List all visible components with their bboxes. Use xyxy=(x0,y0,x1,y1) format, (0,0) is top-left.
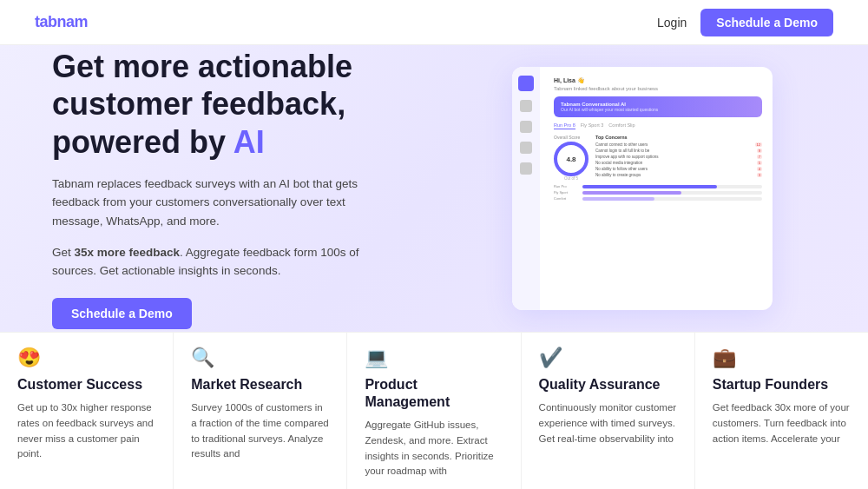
card-desc-2: Aggregate GitHub issues, Zendesk, and mo… xyxy=(365,418,503,479)
mock-concern-text-5: No ability to follow other users xyxy=(595,167,757,171)
mock-bar-bg-2 xyxy=(582,191,762,195)
mock-concern-badge-4: 5 xyxy=(757,161,762,165)
hero-desc2-prefix: Get xyxy=(52,246,75,259)
mock-bar-label-3: Comfort xyxy=(554,196,580,201)
card-title-4: Startup Founders xyxy=(713,376,851,393)
mock-concern-badge-6: 3 xyxy=(757,173,762,177)
card-customer-success: 😍 Customer Success Get up to 30x higher … xyxy=(0,333,174,489)
hero-desc1: Tabnam replaces feedback surveys with an… xyxy=(52,175,382,231)
mock-greeting: Hi, Lisa 👋 xyxy=(554,77,762,84)
card-market-research: 🔍 Market Research Survey 1000s of custom… xyxy=(174,333,347,489)
navbar: tabnam Login Schedule a Demo xyxy=(0,0,868,45)
mock-sidebar xyxy=(512,67,540,310)
mock-score-label: Overall Score xyxy=(554,135,589,140)
hero-title: Get more actionable customer feedback, p… xyxy=(52,48,451,161)
mock-concern-text-1: Cannot connect to other users xyxy=(595,142,755,147)
mock-concern-badge-3: 7 xyxy=(757,155,762,159)
card-desc-4: Get feedback 30x more of your customers.… xyxy=(713,400,851,446)
card-quality-assurance: ✔️ Quality Assurance Continuously monito… xyxy=(522,333,695,489)
mock-ai-sub: Our AI bot will whisper your most starte… xyxy=(561,107,755,112)
mock-tab-2[interactable]: Fly Sport 3 xyxy=(581,122,604,129)
mock-logo xyxy=(518,76,534,91)
mock-concerns-title: Top Concerns xyxy=(595,135,762,140)
mock-score-area: Overall Score 4.8 Out of 5 Top Concerns … xyxy=(554,135,762,181)
mock-nav-icon-1 xyxy=(520,100,532,112)
mock-concern-6: No ability to create groups 3 xyxy=(595,173,762,177)
hero-desc2: Get 35x more feedback. Aggregate feedbac… xyxy=(52,243,382,281)
mock-concern-text-3: Improve app with no support options xyxy=(595,155,757,159)
dashboard-mockup: Hi, Lisa 👋 Tabnam linked feedback about … xyxy=(512,67,773,310)
mock-concern-1: Cannot connect to other users 12 xyxy=(595,142,762,147)
hero-desc2-bold: 35x more feedback xyxy=(75,246,181,259)
card-emoji-3: ✔️ xyxy=(539,347,677,369)
mock-bar-bg-1 xyxy=(582,185,762,188)
mock-bar-row-3: Comfort xyxy=(554,196,762,201)
card-emoji-4: 💼 xyxy=(713,347,851,369)
mock-concern-5: No ability to follow other users 4 xyxy=(595,167,762,171)
cards-section: 😍 Customer Success Get up to 30x higher … xyxy=(0,332,868,489)
mock-concern-text-4: No social media integration xyxy=(595,161,757,165)
mock-concern-4: No social media integration 5 xyxy=(595,161,762,165)
mock-tabs: Run Pro 8 Fly Sport 3 Comfort Slip xyxy=(554,122,762,129)
mock-concerns: Top Concerns Cannot connect to other use… xyxy=(595,135,762,179)
mock-subtitle: Tabnam linked feedback about your busine… xyxy=(554,86,762,91)
card-emoji-0: 😍 xyxy=(17,347,155,369)
mock-tab-1[interactable]: Run Pro 8 xyxy=(554,122,575,129)
hero-left: Get more actionable customer feedback, p… xyxy=(52,48,451,329)
logo: tabnam xyxy=(35,13,88,31)
card-desc-3: Continuously monitor customer experience… xyxy=(539,400,677,446)
mock-ai-banner: Tabnam Conversational AI Our AI bot will… xyxy=(554,96,762,117)
mock-bar-fill-3 xyxy=(582,197,654,201)
schedule-demo-button-hero[interactable]: Schedule a Demo xyxy=(52,298,192,329)
mock-concern-text-6: No ability to create groups xyxy=(595,173,757,177)
card-title-3: Quality Assurance xyxy=(539,376,677,393)
card-product-management: 💻 Product Management Aggregate GitHub is… xyxy=(347,333,521,489)
mock-nav-icon-2 xyxy=(520,121,532,133)
mock-tab-3[interactable]: Comfort Slip xyxy=(608,122,635,129)
mock-bar-bg-3 xyxy=(582,197,762,201)
card-emoji-1: 🔍 xyxy=(191,347,329,369)
hero-title-text: Get more actionable customer feedback, p… xyxy=(52,49,352,159)
mock-concern-text-2: Cannot login to all full link to be xyxy=(595,149,757,153)
mock-nav-icon-4 xyxy=(520,162,532,175)
card-title-0: Customer Success xyxy=(17,376,155,393)
card-desc-1: Survey 1000s of customers in a fraction … xyxy=(191,400,329,462)
card-emoji-2: 💻 xyxy=(365,347,503,369)
mock-bars: Run Pro Fly Sport Comfort xyxy=(554,184,762,201)
nav-actions: Login Schedule a Demo xyxy=(657,9,833,36)
mock-bar-row-1: Run Pro xyxy=(554,184,762,188)
mock-concern-badge-1: 12 xyxy=(755,142,762,147)
mock-score-circle: 4.8 xyxy=(554,142,589,176)
hero-title-ai: AI xyxy=(233,124,265,160)
mock-nav-icon-3 xyxy=(520,142,532,154)
mock-bar-label-2: Fly Sport xyxy=(554,190,580,195)
mock-content: Hi, Lisa 👋 Tabnam linked feedback about … xyxy=(554,77,762,201)
mock-score-value: 4.8 xyxy=(566,155,575,163)
schedule-demo-button-nav[interactable]: Schedule a Demo xyxy=(700,9,833,36)
mock-concern-3: Improve app with no support options 7 xyxy=(595,155,762,159)
hero-right: Hi, Lisa 👋 Tabnam linked feedback about … xyxy=(451,45,833,332)
mock-concern-badge-5: 4 xyxy=(757,167,762,171)
mock-score-left: Overall Score 4.8 Out of 5 xyxy=(554,135,589,181)
mock-concern-badge-2: 9 xyxy=(757,149,762,153)
mock-bar-label-1: Run Pro xyxy=(554,184,580,188)
mock-score-sub: Out of 5 xyxy=(554,176,589,181)
card-desc-0: Get up to 30x higher response rates on f… xyxy=(17,400,155,462)
login-button[interactable]: Login xyxy=(657,16,687,30)
card-title-2: Product Management xyxy=(365,376,503,411)
hero-section: Get more actionable customer feedback, p… xyxy=(0,45,868,332)
card-title-1: Market Research xyxy=(191,376,329,393)
mock-bar-fill-2 xyxy=(582,191,681,195)
mock-concern-2: Cannot login to all full link to be 9 xyxy=(595,149,762,153)
mock-bar-fill-1 xyxy=(582,185,717,188)
card-startup-founders: 💼 Startup Founders Get feedback 30x more… xyxy=(695,333,868,489)
mock-bar-row-2: Fly Sport xyxy=(554,190,762,195)
